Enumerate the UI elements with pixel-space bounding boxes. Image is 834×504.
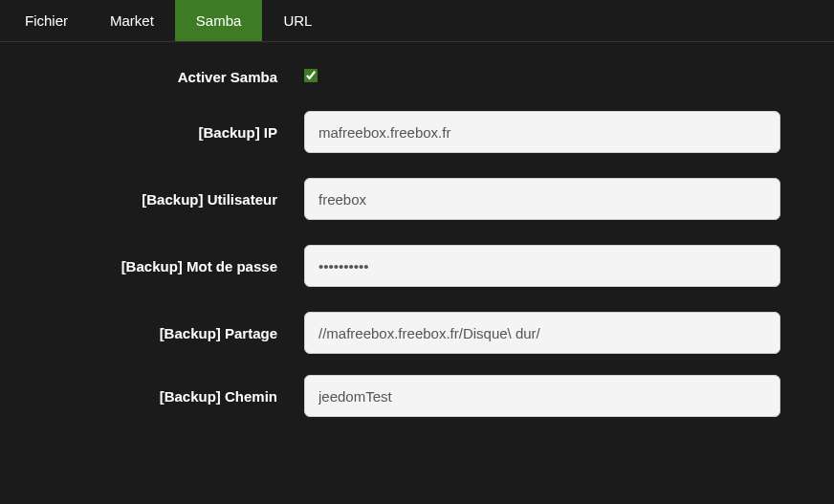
checkbox-activate-samba[interactable] (304, 69, 318, 82)
row-backup-share: [Backup] Partage (0, 312, 834, 354)
row-activate-samba: Activer Samba (0, 67, 834, 86)
label-backup-user: [Backup] Utilisateur (0, 191, 304, 208)
label-backup-path: [Backup] Chemin (0, 388, 304, 405)
tab-bar: Fichier Market Samba URL (0, 0, 834, 42)
label-activate-samba: Activer Samba (0, 69, 304, 85)
label-backup-share: [Backup] Partage (0, 325, 304, 341)
tab-url[interactable]: URL (262, 0, 333, 41)
input-backup-path[interactable] (304, 375, 780, 417)
label-backup-ip: [Backup] IP (0, 124, 304, 141)
row-backup-ip: [Backup] IP (0, 111, 834, 153)
input-backup-ip[interactable] (304, 111, 780, 153)
tab-samba[interactable]: Samba (175, 0, 263, 41)
row-backup-password: [Backup] Mot de passe (0, 245, 834, 287)
input-backup-share[interactable] (304, 312, 780, 354)
input-backup-user[interactable] (304, 178, 780, 220)
row-backup-user: [Backup] Utilisateur (0, 178, 834, 220)
tab-market[interactable]: Market (89, 0, 175, 41)
row-backup-path: [Backup] Chemin (0, 375, 834, 417)
tab-fichier[interactable]: Fichier (4, 0, 89, 41)
label-backup-password: [Backup] Mot de passe (0, 258, 304, 274)
input-backup-password[interactable] (304, 245, 780, 287)
samba-settings-form: Activer Samba [Backup] IP [Backup] Utili… (0, 42, 834, 417)
